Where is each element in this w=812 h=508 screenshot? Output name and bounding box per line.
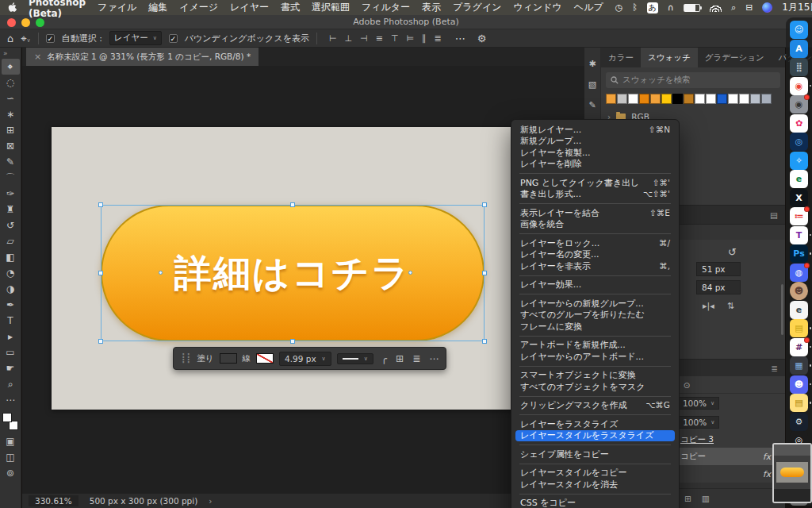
dock-avatar[interactable]: ☻ <box>790 282 808 300</box>
dock-launchpad[interactable]: ⣿ <box>790 58 808 76</box>
menubar-item[interactable]: 表示 <box>422 1 441 14</box>
dock-photos[interactable]: ✿ <box>790 114 808 133</box>
cta-button-shape[interactable]: 詳細はコチラ <box>101 205 485 341</box>
distribute-icon[interactable]: ≣ <box>435 33 442 44</box>
context-menu-item[interactable]: レイヤーからの新規グループ... <box>511 298 679 310</box>
eraser-tool[interactable]: ▱ <box>2 233 20 249</box>
minimize-window-button[interactable] <box>21 18 30 27</box>
opacity-field[interactable]: 100%∨ <box>678 397 719 410</box>
menubar-item[interactable]: ウィンドウ <box>513 1 561 14</box>
color-swatch[interactable] <box>684 94 694 104</box>
align-edges-icon[interactable]: ≡ <box>376 33 383 44</box>
lasso-tool[interactable]: ∽ <box>2 90 20 106</box>
menubar-item[interactable]: イメージ <box>179 1 218 14</box>
stroke-width-field[interactable]: 4.99 px∨ <box>279 352 331 366</box>
stroke-options-icon[interactable]: ≣ <box>412 353 420 364</box>
context-menu-item[interactable]: レイヤーを非表示 ⌘, <box>511 260 679 272</box>
foreground-background-colors[interactable] <box>2 413 18 430</box>
auto-select-checkbox[interactable]: ✓ <box>46 34 55 43</box>
eyedropper-tool[interactable]: ✎ <box>2 154 20 170</box>
input-source-icon[interactable]: あ <box>647 2 658 13</box>
context-menu-item[interactable]: スマートオブジェクトに変換 <box>511 370 679 382</box>
dock-chrome[interactable]: ◉ <box>790 77 808 95</box>
color-swatch[interactable] <box>717 94 727 104</box>
healing-brush-tool[interactable]: ⌒ <box>2 170 20 186</box>
collapse-tools-icon[interactable]: » <box>0 48 11 59</box>
more-align-options-icon[interactable]: ⋯ <box>455 33 465 44</box>
bluetooth-icon[interactable]: ᛒ <box>632 3 638 12</box>
context-menu-item[interactable]: 新規グループ... <box>511 136 679 148</box>
quick-mask-icon[interactable]: ▣ <box>2 433 20 449</box>
dock-steam[interactable]: ⚙ <box>790 413 808 431</box>
dock-capture-app[interactable]: ▦ <box>790 356 808 375</box>
context-menu-item[interactable]: CSS をコピー <box>511 498 679 508</box>
color-swatch[interactable] <box>739 94 749 104</box>
panel-tab[interactable]: グラデーション <box>698 48 772 67</box>
stroke-color-swatch[interactable] <box>256 353 274 364</box>
context-menu-item[interactable] <box>519 396 671 397</box>
brush-settings-icon[interactable]: ✎ <box>588 100 596 110</box>
dock-x-app[interactable]: X <box>790 189 808 207</box>
panel-tab[interactable]: スウォッチ <box>641 48 698 67</box>
menubar-item[interactable]: 編集 <box>148 1 167 14</box>
edit-toolbar-icon[interactable]: ⋯ <box>2 392 20 408</box>
new-layer-icon[interactable]: ⊞ <box>684 494 691 503</box>
document-tab[interactable]: × 名称未設定 1 @ 331% (長方形 1 のコピー, RGB/8) * <box>26 48 259 66</box>
context-menu-item[interactable]: PNG としてクイック書き出し ⇧⌘' <box>511 177 679 189</box>
align-right-icon[interactable]: ⊣ <box>360 33 368 44</box>
dock-swirl-app[interactable]: ◎ <box>790 133 808 151</box>
dock-discord[interactable]: ☻ <box>790 375 808 394</box>
flip-vertical-icon[interactable]: ⇅ <box>727 301 734 311</box>
gradient-tool[interactable]: ◧ <box>2 249 20 265</box>
control-center-icon[interactable]: ⊟ <box>745 3 753 12</box>
dock-app-store[interactable]: A <box>790 40 808 58</box>
context-menu-item[interactable] <box>519 233 671 234</box>
zoom-window-button[interactable] <box>36 18 44 27</box>
context-menu-item[interactable]: レイヤー効果... <box>511 279 679 291</box>
context-menu-item[interactable] <box>519 336 671 337</box>
home-icon[interactable]: ⌂ <box>7 33 13 44</box>
canvas-area[interactable]: 詳細はコチラ ┋┋ 塗り 線 4.99 px∨ ∨ ╭⊞≣⋯ <box>22 66 584 494</box>
context-menu-item[interactable]: アートボードを新規作成... <box>511 340 679 352</box>
stroke-style-dropdown[interactable]: ∨ <box>337 353 373 364</box>
context-menu-item[interactable]: レイヤースタイルをラスタライズ <box>515 430 675 442</box>
context-menu-item[interactable] <box>519 203 671 204</box>
color-swatch[interactable] <box>650 94 661 104</box>
history-brush-tool[interactable]: ↺ <box>2 217 20 233</box>
filter-pin-icon[interactable]: ⊙ <box>684 380 691 390</box>
color-swatch[interactable] <box>728 94 738 104</box>
align-center-h-icon[interactable]: ⊥ <box>344 33 352 44</box>
move-tool[interactable]: ⌖ <box>2 59 20 75</box>
pen-tool[interactable]: ✒ <box>2 297 20 313</box>
close-window-button[interactable] <box>7 18 16 27</box>
fill-field[interactable]: 100%∨ <box>678 416 719 429</box>
shape-properties-bar[interactable]: ┋┋ 塗り 線 4.99 px∨ ∨ ╭⊞≣⋯ <box>173 347 446 370</box>
dock-chat-app[interactable]: ◍ <box>790 264 808 282</box>
align-bottom-icon[interactable]: ∥ <box>422 33 427 44</box>
dock-notes[interactable]: ▤ <box>790 394 808 412</box>
clone-stamp-tool[interactable]: ♜ <box>2 202 20 217</box>
color-swatch[interactable] <box>606 94 616 104</box>
context-menu-item[interactable] <box>519 275 671 276</box>
foreground-color-chip[interactable] <box>2 413 12 422</box>
menubar-clock[interactable]: 1月15日(木) 16:07 <box>782 1 812 14</box>
align-top-icon[interactable]: ⊤ <box>391 33 399 44</box>
context-menu-item[interactable] <box>519 414 671 415</box>
zoom-level-field[interactable]: 330.61% <box>29 495 79 506</box>
context-menu-item[interactable]: クリッピングマスクを作成 ⌥⌘G <box>511 400 679 412</box>
menubar-item[interactable]: フィルター <box>362 1 410 14</box>
color-swatch[interactable] <box>672 94 683 104</box>
context-menu-item[interactable] <box>519 444 671 445</box>
color-swatch[interactable] <box>617 94 627 104</box>
panel-menu-icon[interactable]: ≣ <box>771 364 778 373</box>
align-center-v-icon[interactable]: ⊨ <box>406 33 414 44</box>
dock-photoshop[interactable]: Ps <box>790 244 808 263</box>
menubar-item[interactable]: 選択範囲 <box>312 1 350 14</box>
frame-tool[interactable]: ⊠ <box>2 138 20 154</box>
menubar-item[interactable]: 書式 <box>281 1 300 14</box>
shape-tool[interactable]: ▭ <box>2 344 20 360</box>
context-menu-item[interactable] <box>519 464 671 464</box>
context-menu-item[interactable]: レイヤーをラスタライズ <box>511 418 679 430</box>
color-swatch[interactable] <box>750 94 760 104</box>
context-menu-item[interactable]: 書き出し形式... ⌥⇧⌘' <box>511 189 679 201</box>
